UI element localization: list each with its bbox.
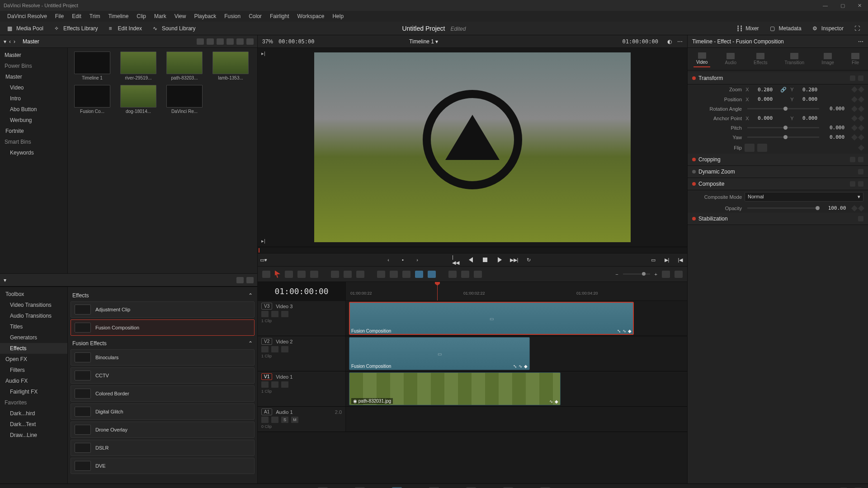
zoom-y-field[interactable]: 0.280 [797, 87, 822, 93]
stop-button[interactable] [481, 256, 489, 264]
menu-item[interactable]: DaVinci Resolve [4, 12, 51, 20]
menu-item[interactable]: Trim [86, 12, 104, 20]
track-lane[interactable]: ▭ Fusion Composition ⤡∿◆ [346, 336, 687, 371]
keyframe-button[interactable] [850, 157, 855, 162]
search-icon[interactable] [226, 38, 234, 45]
reset-icon[interactable] [858, 105, 864, 112]
clip-retime-icon[interactable]: ⤡ [513, 364, 517, 369]
viewer-more-icon[interactable]: ⋯ [677, 38, 683, 45]
edit-index-toggle[interactable]: ≡Edit Index [105, 24, 146, 33]
full-screen-toggle[interactable]: ⛶ [851, 24, 864, 33]
effect-category-active[interactable]: Effects [0, 343, 67, 354]
program-viewer[interactable]: ▸| ▸| [258, 48, 687, 247]
menu-item[interactable]: Timeline [104, 12, 132, 20]
power-bins-group[interactable]: Power Bins [0, 61, 67, 71]
effect-item[interactable]: Adjustment Clip [71, 301, 255, 318]
track-name[interactable]: Audio 1 [276, 409, 292, 415]
record-timecode[interactable]: 01:00:00:00 [623, 38, 658, 45]
anchor-x-field[interactable]: 0.000 [753, 115, 778, 121]
slider-handle[interactable] [783, 107, 788, 111]
overwrite-clip-icon[interactable] [344, 271, 352, 278]
keyframe-diamond[interactable] [851, 115, 858, 121]
zoom-out-icon[interactable]: − [615, 272, 618, 277]
zoom-slider-handle[interactable] [642, 272, 646, 276]
smartbin-item[interactable]: Keywords [0, 147, 67, 158]
zoom-x-field[interactable]: 0.280 [753, 87, 778, 93]
reset-button[interactable] [858, 75, 863, 81]
track-header[interactable]: V2Video 2 1 Clip [258, 336, 346, 371]
reset-button[interactable] [858, 181, 863, 187]
favorites-group[interactable]: Favorites [0, 397, 67, 408]
section-composite[interactable]: Composite [688, 178, 868, 190]
keyframe-diamond[interactable] [851, 96, 858, 102]
track-header[interactable]: V1Video 1 1 Clip [258, 371, 346, 406]
audio-meter-icon[interactable] [662, 271, 670, 278]
go-to-in-icon[interactable]: ▸| [261, 238, 265, 244]
media-pool-toggle[interactable]: ▦Media Pool [4, 24, 47, 33]
effects-list-header[interactable]: Effects⌃ [71, 290, 255, 301]
trim-tool-icon[interactable] [285, 271, 293, 278]
tab-file[interactable]: File [849, 51, 862, 67]
effect-item[interactable]: Drone Overlay [71, 422, 255, 438]
viewer-scrubber[interactable] [258, 247, 687, 253]
panel-menu-icon[interactable]: ▾ [4, 38, 6, 45]
go-to-start-button[interactable]: |◀◀ [452, 256, 460, 264]
view-list-icon[interactable] [217, 38, 224, 45]
rotation-slider[interactable] [747, 108, 819, 109]
openfx-group[interactable]: Open FX [0, 354, 67, 365]
track-lock-icon[interactable] [261, 417, 269, 423]
reset-button[interactable] [858, 157, 863, 162]
track-lock-icon[interactable] [261, 346, 269, 352]
track-auto-select-icon[interactable] [271, 311, 278, 317]
keyframe-button[interactable] [850, 75, 855, 81]
track-tag[interactable]: A1 [261, 408, 272, 415]
reset-icon[interactable] [858, 145, 864, 151]
clip-curve-icon[interactable]: ∿ [549, 399, 553, 404]
insert-clip-icon[interactable] [331, 271, 339, 278]
keyframe-diamond[interactable] [851, 124, 858, 131]
snap-icon[interactable] [377, 271, 385, 278]
collapse-icon[interactable]: ⌃ [248, 340, 253, 347]
clip-thumb[interactable]: dog-18014... [118, 85, 159, 114]
stop-marker-icon[interactable]: • [399, 256, 407, 264]
clip-thumb[interactable]: Fusion Co... [71, 85, 113, 114]
breadcrumb-master[interactable]: Master [23, 38, 39, 45]
section-transform[interactable]: Transform [688, 72, 868, 84]
track-lane[interactable]: ◉ path-832031.jpg ∿◆ [346, 371, 687, 406]
effect-item[interactable]: DSLR [71, 440, 255, 456]
track-header[interactable]: A1Audio 12.0 SM 0 Clip [258, 407, 346, 432]
timeline-dropdown[interactable]: Timeline 1 ▾ [409, 38, 438, 45]
favorite-item[interactable]: Draw...Line [0, 430, 67, 441]
clip-thumb[interactable]: path-83203... [164, 52, 205, 80]
inspector-toggle[interactable]: ⚙Inspector [809, 24, 847, 33]
menu-item[interactable]: Help [329, 12, 347, 20]
search-icon[interactable] [236, 277, 244, 283]
flip-horizontal-button[interactable] [745, 144, 755, 152]
zoom-slider[interactable] [623, 273, 650, 275]
clip-curve-icon[interactable]: ∿ [519, 364, 522, 369]
toolbox-group[interactable]: Toolbox [0, 289, 67, 300]
clip-curve-icon[interactable]: ∿ [623, 328, 626, 333]
effect-category[interactable]: Audio Transitions [0, 310, 67, 321]
opacity-field[interactable]: 100.00 [825, 205, 849, 211]
clip-keyframe-icon[interactable]: ◆ [524, 364, 528, 369]
lock-icon[interactable] [402, 271, 410, 278]
bin-item[interactable]: Fortnite [0, 126, 67, 136]
reset-icon[interactable] [858, 134, 864, 140]
tab-video[interactable]: Video [693, 51, 710, 67]
tab-transition[interactable]: Transition [782, 51, 807, 67]
effect-category[interactable]: Generators [0, 332, 67, 343]
favorite-item[interactable]: Dark...hird [0, 408, 67, 419]
menu-item[interactable]: Edit [68, 12, 85, 20]
reset-icon[interactable] [858, 86, 864, 93]
custom-zoom-icon[interactable] [474, 271, 482, 278]
blade-tool-icon[interactable] [310, 271, 318, 278]
yaw-slider[interactable] [747, 136, 819, 138]
effect-item[interactable]: Binoculars [71, 349, 255, 366]
scrubber-playhead[interactable] [259, 248, 259, 253]
source-timecode[interactable]: 00:00:05:00 [278, 38, 314, 45]
audiofx-group[interactable]: Audio FX [0, 375, 67, 386]
track-auto-select-icon[interactable] [271, 381, 278, 388]
fairlightfx-item[interactable]: Fairlight FX [0, 386, 67, 397]
more-icon[interactable] [246, 277, 254, 283]
